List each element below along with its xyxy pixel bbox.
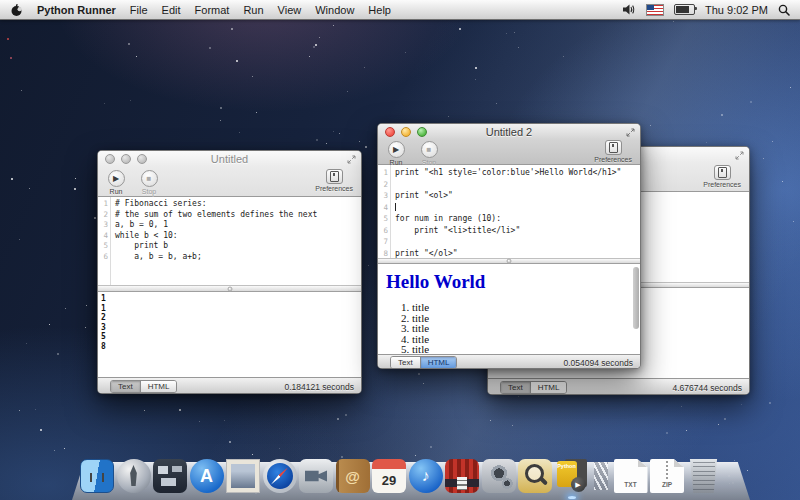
star [26, 343, 27, 344]
dock-icon-app-store[interactable]: A [190, 459, 224, 493]
zoom-button[interactable] [417, 127, 427, 137]
code-editor[interactable]: 123456 # Fibonacci series:# the sum of t… [98, 197, 361, 285]
pane-splitter[interactable] [98, 285, 361, 292]
menu-item-run[interactable]: Run [243, 4, 263, 16]
star [144, 410, 145, 411]
dock-icon-calendar[interactable]: 29 [372, 459, 406, 493]
menu-item-window[interactable]: Window [315, 4, 354, 16]
line-number: 6 [98, 252, 108, 263]
zoom-button[interactable] [137, 154, 147, 164]
window-untitled-2[interactable]: Untitled 2 ▶ Run ■ Stop Preferences [377, 123, 641, 369]
menu-app-name[interactable]: Python Runner [37, 4, 116, 16]
expand-icon[interactable] [735, 151, 744, 160]
desktop: Python Runner FileEditFormatRunViewWindo… [0, 0, 800, 500]
tab-html[interactable]: HTML [141, 381, 177, 392]
star [490, 420, 491, 421]
minimize-button[interactable] [401, 127, 411, 137]
star [512, 425, 513, 426]
close-button[interactable] [385, 127, 395, 137]
line-number: 7 [378, 236, 388, 248]
tab-html[interactable]: HTML [421, 357, 457, 368]
minimize-button[interactable] [121, 154, 131, 164]
star [514, 32, 515, 33]
tab-text[interactable]: Text [111, 381, 141, 392]
run-button[interactable]: ▶ [108, 170, 125, 187]
dock-icon-txt-document[interactable]: TXT [614, 459, 648, 493]
window-controls[interactable] [98, 154, 147, 164]
dock-icon-mail[interactable] [226, 459, 260, 493]
tab-html[interactable]: HTML [531, 382, 567, 393]
star [763, 158, 764, 159]
window-untitled[interactable]: Untitled ▶ Run ■ Stop Preferences [97, 150, 362, 394]
star [339, 133, 340, 134]
expand-icon[interactable] [626, 128, 635, 137]
run-button[interactable]: ▶ [388, 141, 405, 158]
dock-icon-zip-document[interactable]: ZIP [650, 459, 684, 493]
scrollbar-thumb[interactable] [633, 267, 639, 329]
star [319, 37, 320, 38]
menu-clock[interactable]: Thu 9:02 PM [705, 4, 768, 16]
output-line: 8 [101, 342, 361, 352]
star [365, 146, 367, 148]
star [75, 178, 76, 179]
star [448, 116, 449, 117]
line-number: 2 [378, 179, 388, 191]
apple-menu-icon[interactable] [10, 3, 23, 17]
preferences-label: Preferences [315, 185, 353, 192]
stop-button[interactable]: ■ [421, 141, 438, 158]
preferences-icon [609, 142, 618, 153]
tab-text[interactable]: Text [391, 357, 421, 368]
code-line: print "<li>title</li>" [395, 225, 640, 237]
dock-icon-finder[interactable] [80, 459, 114, 493]
star [279, 448, 280, 449]
window-controls[interactable] [378, 127, 427, 137]
expand-icon[interactable] [347, 155, 356, 164]
dock-icon-photo-booth[interactable] [445, 459, 479, 493]
dock-icon-python-runner[interactable]: Python▶ [555, 459, 589, 493]
app-store-glyph: A [190, 459, 224, 493]
preferences-button[interactable] [326, 169, 343, 184]
star [220, 120, 221, 121]
volume-icon[interactable] [623, 4, 636, 15]
star [40, 429, 42, 431]
dock-icon-launchpad[interactable] [117, 459, 151, 493]
preferences-icon [718, 167, 727, 178]
code-line [395, 202, 640, 214]
menu-item-format[interactable]: Format [195, 4, 230, 16]
dock-icon-safari[interactable] [263, 459, 297, 493]
output-pane[interactable]: 112358 [98, 292, 361, 377]
dock-icon-system-preferences[interactable] [482, 459, 516, 493]
output-pane[interactable]: Hello World titletitletitletitletitletit… [378, 264, 640, 354]
star [772, 141, 773, 142]
menu-item-edit[interactable]: Edit [162, 4, 181, 16]
title-bar[interactable]: Untitled 2 [378, 124, 640, 140]
preferences-button[interactable] [605, 140, 622, 155]
dock-icon-contacts[interactable]: @ [336, 459, 370, 493]
star [518, 396, 519, 397]
dock-separator [594, 462, 608, 490]
code-editor[interactable]: 12345678 print "<h1 style='color:blue'>H… [378, 165, 640, 258]
dock-icon-facetime[interactable] [299, 459, 333, 493]
battery-icon[interactable] [674, 4, 695, 15]
line-number: 1 [98, 199, 108, 210]
menu-item-file[interactable]: File [130, 4, 148, 16]
dock-icon-preview[interactable] [518, 459, 552, 493]
dock-icon-itunes[interactable]: ♪ [409, 459, 443, 493]
input-source-flag-icon[interactable] [646, 4, 664, 16]
preferences-button[interactable] [714, 165, 731, 180]
star [341, 456, 343, 458]
star [496, 103, 497, 104]
star [85, 327, 86, 328]
title-bar[interactable]: Untitled [98, 151, 361, 167]
code-lines: # Fibonacci series:# the sum of two elem… [111, 197, 361, 285]
tab-text[interactable]: Text [501, 382, 531, 393]
spotlight-icon[interactable] [778, 4, 790, 16]
menu-item-help[interactable]: Help [368, 4, 391, 16]
stop-button[interactable]: ■ [141, 170, 158, 187]
output-line: 1 [101, 294, 361, 304]
dock-icon-trash[interactable] [687, 459, 721, 493]
menu-item-view[interactable]: View [278, 4, 302, 16]
close-button[interactable] [105, 154, 115, 164]
dock-icon-mission-control[interactable] [153, 459, 187, 493]
star [405, 52, 406, 53]
